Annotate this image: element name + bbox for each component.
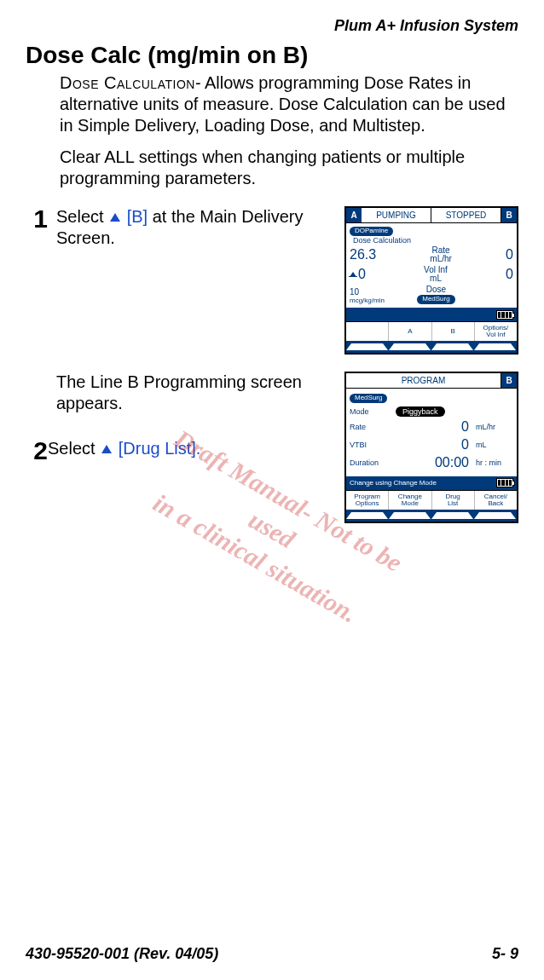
- softkey-blank[interactable]: [346, 322, 389, 341]
- triangle-icon: [101, 445, 112, 453]
- arrow-up-icon[interactable]: [389, 343, 431, 350]
- care-area-pill: MedSurg: [417, 295, 454, 304]
- step-1b-text: The Line B Programming screen appears.: [56, 372, 331, 414]
- dose-label: Dose: [417, 285, 454, 295]
- arrow-up-icon[interactable]: [431, 512, 473, 519]
- mode-value: Piggyback: [396, 406, 445, 417]
- softkey-change-mode[interactable]: Change Mode: [389, 491, 431, 510]
- duration-label: Duration: [350, 458, 392, 467]
- triangle-icon: [110, 213, 120, 222]
- rate-label: Rate: [350, 423, 392, 431]
- status-pumping: PUMPING: [362, 208, 431, 223]
- vtbi-unit: mL: [476, 441, 513, 449]
- softkey-b[interactable]: B: [432, 322, 475, 341]
- mode-label: Mode: [350, 407, 392, 416]
- step-1-number: 1: [26, 206, 48, 232]
- step-2-number: 2: [26, 438, 48, 464]
- step-2-link: [Drug List].: [119, 439, 201, 458]
- arrow-up-icon[interactable]: [474, 343, 516, 350]
- softkey-a[interactable]: A: [389, 322, 431, 341]
- bell-icon: [350, 272, 356, 277]
- intro-paragraph-2: Clear ALL settings when changing patient…: [60, 147, 518, 189]
- step-1-link: [B]: [127, 207, 148, 226]
- rate-unit: mL/hr: [476, 423, 513, 431]
- device-screen-delivery: A PUMPING STOPPED B DOPamine Dose Calcul…: [344, 206, 518, 355]
- step-1-text: Select [B] at the Main Delivery Screen.: [56, 206, 336, 249]
- arrow-up-icon[interactable]: [474, 512, 516, 519]
- intro-paragraph-1: Dose Calculation- Allows programming Dos…: [60, 72, 518, 136]
- rate-a-value: 26.3: [350, 247, 376, 262]
- rate-unit: mL/hr: [430, 255, 452, 264]
- program-title: PROGRAM: [346, 373, 501, 389]
- footer-docnum: 430-95520-001 (Rev. 04/05): [26, 945, 218, 963]
- vtbi-label: VTBI: [350, 441, 392, 449]
- arrow-up-icon[interactable]: [431, 343, 473, 350]
- status-message: Change using Change Mode: [350, 479, 437, 487]
- arrow-up-icon[interactable]: [389, 512, 431, 519]
- rate-b-value: 0: [506, 247, 513, 262]
- line-b-indicator: B: [501, 373, 517, 389]
- rate-value: 0: [396, 419, 472, 435]
- intro-lead: Dose Calculation: [60, 73, 195, 92]
- line-b-indicator: B: [501, 208, 517, 223]
- care-area-pill: MedSurg: [350, 394, 387, 403]
- drug-pill: DOPamine: [350, 227, 393, 236]
- footer-pagenum: 5- 9: [492, 945, 518, 963]
- softkey-program-options[interactable]: Program Options: [346, 491, 389, 510]
- section-title: Dose Calc (mg/min on B): [26, 42, 518, 69]
- volinf-b-value: 0: [506, 267, 513, 282]
- softkey-drug-list[interactable]: Drug List: [432, 491, 475, 510]
- battery-icon: [496, 478, 513, 487]
- arrow-up-icon[interactable]: [346, 512, 388, 519]
- battery-icon: [496, 310, 513, 320]
- running-header: Plum A+ Infusion System: [26, 17, 518, 35]
- duration-unit: hr : min: [476, 458, 513, 467]
- vtbi-value: 0: [396, 437, 472, 453]
- line-a-indicator: A: [346, 208, 362, 223]
- volinf-a-value: 0: [358, 267, 366, 282]
- dose-unit: mcg/kg/min: [350, 297, 385, 304]
- duration-value: 00:00: [396, 455, 472, 470]
- volinf-unit: mL: [424, 274, 448, 284]
- softkey-cancel-back[interactable]: Cancel/ Back: [475, 491, 517, 510]
- status-stopped: STOPPED: [431, 208, 501, 223]
- device-screen-program: PROGRAM B MedSurg Mode Piggyback Rate 0 …: [344, 372, 518, 523]
- arrow-up-icon[interactable]: [346, 343, 388, 350]
- softkey-options[interactable]: Options/ Vol Inf: [475, 322, 517, 341]
- dose-calc-label: Dose Calculation: [353, 236, 513, 245]
